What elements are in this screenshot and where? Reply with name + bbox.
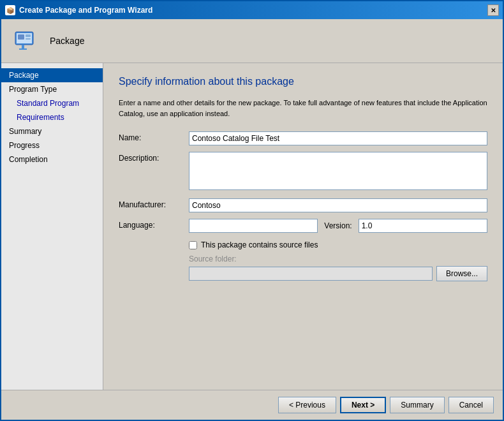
title-bar: 📦 Create Package and Program Wizard ✕ [1, 1, 503, 19]
source-files-checkbox-row: This package contains source files [189, 240, 487, 249]
language-version-wrap: Version: [189, 219, 487, 233]
sidebar-item-requirements[interactable]: Requirements [1, 110, 103, 124]
source-folder-input-wrap: Browse... [189, 266, 487, 281]
version-label: Version: [324, 221, 352, 230]
cancel-button[interactable]: Cancel [448, 397, 494, 413]
sidebar-item-summary[interactable]: Summary [1, 124, 103, 138]
manufacturer-field-wrap [189, 198, 487, 212]
wizard-body: Package Program Type Standard Program Re… [1, 63, 503, 390]
wizard-footer: < Previous Next > Summary Cancel [1, 390, 503, 420]
language-version-row: Language: Version: [119, 219, 487, 233]
previous-button[interactable]: < Previous [278, 397, 336, 413]
language-label: Language: [119, 219, 189, 230]
description-field-wrap [189, 152, 487, 192]
manufacturer-input[interactable] [189, 198, 487, 212]
source-files-label: This package contains source files [201, 240, 318, 249]
description-input[interactable] [189, 152, 487, 190]
source-folder-row: Source folder: Browse... [189, 255, 487, 281]
svg-rect-5 [26, 34, 31, 37]
close-button[interactable]: ✕ [487, 4, 499, 16]
header-title: Package [50, 36, 84, 46]
browse-button[interactable]: Browse... [436, 266, 487, 281]
svg-rect-3 [19, 48, 27, 50]
title-bar-icon: 📦 [5, 5, 15, 15]
name-input[interactable] [189, 131, 487, 145]
description-row: Description: [119, 152, 487, 192]
manufacturer-label: Manufacturer: [119, 198, 189, 209]
wizard-window: 📦 Create Package and Program Wizard ✕ Pa… [0, 0, 504, 421]
source-folder-input[interactable] [189, 267, 433, 281]
name-field-wrap [189, 131, 487, 145]
summary-button[interactable]: Summary [390, 397, 444, 413]
source-files-checkbox[interactable] [189, 241, 197, 249]
page-title: Specify information about this package [119, 76, 487, 87]
header-icon [10, 26, 41, 56]
content-area: Specify information about this package E… [103, 63, 503, 390]
description-label: Description: [119, 152, 189, 163]
sidebar-item-package[interactable]: Package [1, 68, 103, 82]
source-folder-label: Source folder: [189, 255, 487, 263]
svg-rect-2 [22, 45, 24, 48]
description-text: Enter a name and other details for the n… [119, 98, 487, 119]
name-label: Name: [119, 131, 189, 142]
svg-rect-4 [18, 34, 24, 40]
name-row: Name: [119, 131, 487, 145]
next-button[interactable]: Next > [340, 397, 386, 413]
sidebar-item-program-type[interactable]: Program Type [1, 82, 103, 96]
svg-rect-6 [26, 38, 31, 40]
wizard-sidebar: Package Program Type Standard Program Re… [1, 63, 103, 390]
title-bar-text: Create Package and Program Wizard [19, 6, 152, 15]
version-input[interactable] [359, 219, 487, 233]
sidebar-item-standard-program[interactable]: Standard Program [1, 96, 103, 110]
language-version-inline: Version: [189, 219, 487, 233]
manufacturer-row: Manufacturer: [119, 198, 487, 212]
language-input[interactable] [189, 219, 318, 233]
sidebar-item-completion[interactable]: Completion [1, 152, 103, 166]
wizard-header: Package [1, 19, 503, 63]
sidebar-item-progress[interactable]: Progress [1, 138, 103, 152]
